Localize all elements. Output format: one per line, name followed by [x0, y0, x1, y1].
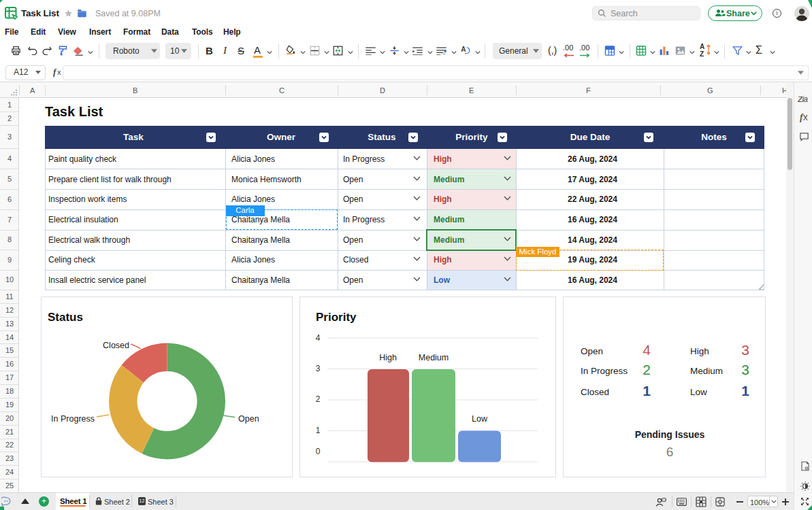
- svg-text:1: 1: [316, 426, 321, 435]
- svg-text:Open: Open: [238, 414, 259, 424]
- svg-text:In Progress: In Progress: [51, 414, 95, 424]
- svg-text:2: 2: [316, 394, 321, 404]
- svg-text:High: High: [379, 353, 397, 362]
- svg-text:Low: Low: [472, 414, 488, 424]
- svg-text:3: 3: [316, 364, 321, 373]
- svg-text:0: 0: [316, 447, 321, 456]
- svg-text:Medium: Medium: [419, 353, 449, 362]
- svg-text:Closed: Closed: [103, 341, 129, 350]
- svg-text:A: A: [461, 46, 466, 53]
- svg-text:4: 4: [316, 333, 321, 343]
